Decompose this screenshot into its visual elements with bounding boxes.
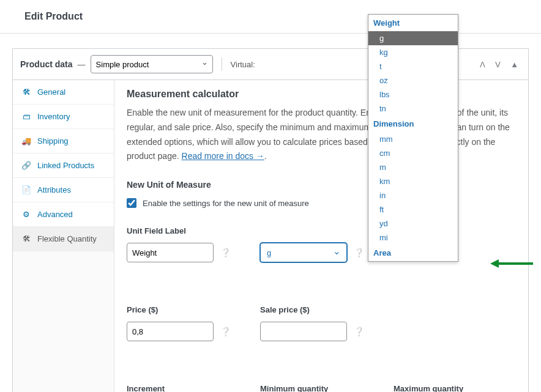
page-title: Edit Product xyxy=(0,0,541,34)
tab-attributes[interactable]: 📄 Attributes xyxy=(13,178,114,202)
wrench-icon: 🛠 xyxy=(21,87,31,97)
enable-checkbox[interactable] xyxy=(127,198,136,208)
price-label: Price ($) xyxy=(127,305,249,314)
unit-field-label-title: Unit Field Label xyxy=(127,226,249,235)
product-data-panel: Product data — Simple product Virtual: ᐱ… xyxy=(12,48,529,392)
help-icon[interactable]: ❔ xyxy=(220,247,231,258)
min-qty-label: Minimum quantity xyxy=(260,384,382,392)
virtual-label: Virtual: xyxy=(231,60,255,69)
tab-linked-products[interactable]: 🔗 Linked Products xyxy=(13,153,114,178)
tab-label: Attributes xyxy=(37,185,71,194)
gear-icon: ⚙ xyxy=(21,210,31,219)
dropdown-option[interactable]: km xyxy=(368,174,458,188)
dropdown-group: Area xyxy=(368,245,458,261)
dropdown-option[interactable]: yd xyxy=(368,216,458,231)
tab-label: Advanced xyxy=(37,210,73,219)
enable-checkbox-label: Enable the settings for the new unit of … xyxy=(143,199,309,208)
dropdown-option[interactable]: cm xyxy=(368,146,458,160)
dropdown-option[interactable]: m xyxy=(368,160,458,174)
price-input[interactable] xyxy=(127,322,214,341)
tab-advanced[interactable]: ⚙ Advanced xyxy=(13,202,114,227)
panel-toggle-icon[interactable]: ▲ xyxy=(508,59,521,70)
truck-icon: 🚚 xyxy=(21,136,31,146)
sale-price-input[interactable] xyxy=(260,322,347,341)
dropdown-option[interactable]: lbs xyxy=(368,87,458,102)
divider xyxy=(222,57,222,71)
tab-label: Shipping xyxy=(37,136,69,146)
tab-content: Measurement calculator Enable the new un… xyxy=(114,80,528,392)
panel-down-icon[interactable]: ᐯ xyxy=(493,59,503,70)
dropdown-option[interactable]: g xyxy=(368,31,458,45)
tab-label: General xyxy=(37,87,65,97)
increment-label: Increment xyxy=(127,384,249,392)
docs-link[interactable]: Read more in docs → xyxy=(182,151,264,161)
link-icon: 🔗 xyxy=(21,161,31,170)
tab-shipping[interactable]: 🚚 Shipping xyxy=(13,129,114,153)
help-icon[interactable]: ❔ xyxy=(353,326,364,337)
tab-general[interactable]: 🛠 General xyxy=(13,80,114,105)
panel-title: Product data xyxy=(20,59,73,69)
help-icon[interactable]: ❔ xyxy=(220,326,231,337)
dropdown-option[interactable]: tn xyxy=(368,102,458,116)
unit-select[interactable]: g xyxy=(260,243,347,262)
unit-field-label-input[interactable] xyxy=(127,243,214,262)
dropdown-option[interactable]: t xyxy=(368,59,458,73)
annotation-arrow-icon xyxy=(490,256,533,271)
dash: — xyxy=(78,60,86,69)
tabs-sidebar: 🛠 General 🗃 Inventory 🚚 Shipping 🔗 Linke… xyxy=(13,80,114,392)
dropdown-option[interactable]: kg xyxy=(368,45,458,59)
tab-label: Linked Products xyxy=(37,161,94,170)
sale-price-label: Sale price ($) xyxy=(260,305,382,314)
dropdown-option[interactable]: mi xyxy=(368,231,458,245)
max-qty-label: Maximum quantity xyxy=(394,384,516,392)
dropdown-option[interactable]: sq mm xyxy=(368,261,458,262)
archive-icon: 🗃 xyxy=(21,112,31,121)
dropdown-option[interactable]: oz xyxy=(368,73,458,87)
dropdown-option[interactable]: ft xyxy=(368,202,458,216)
unit-dropdown-popup[interactable]: WeightgkgtozlbstnDimensionmmcmmkminftydm… xyxy=(368,14,458,262)
help-icon[interactable]: ❔ xyxy=(353,247,364,258)
product-type-select[interactable]: Simple product xyxy=(91,55,213,73)
svg-marker-1 xyxy=(490,259,499,268)
tab-flexible-quantity[interactable]: 🛠 Flexible Quantity xyxy=(13,227,114,251)
tab-inventory[interactable]: 🗃 Inventory xyxy=(13,105,114,129)
unit-select-label xyxy=(260,226,382,235)
tab-label: Flexible Quantity xyxy=(37,234,97,243)
dropdown-option[interactable]: mm xyxy=(368,132,458,146)
dropdown-group: Dimension xyxy=(368,116,458,132)
dropdown-group: Weight xyxy=(368,15,458,31)
tab-label: Inventory xyxy=(37,112,70,121)
dropdown-option[interactable]: in xyxy=(368,188,458,202)
panel-up-icon[interactable]: ᐱ xyxy=(477,59,488,70)
note-icon: 📄 xyxy=(21,185,31,194)
wrench-icon: 🛠 xyxy=(21,234,31,243)
